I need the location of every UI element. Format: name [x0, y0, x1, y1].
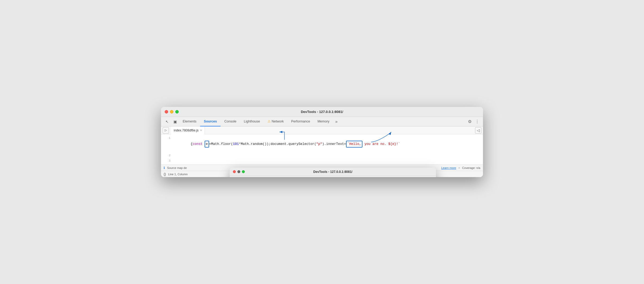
learn-more-link[interactable]: Learn more: [441, 166, 456, 169]
inner-panel-icon[interactable]: ▣: [238, 177, 245, 177]
coverage-text: Coverage: n/a: [462, 166, 480, 169]
inner-window-title: DevTools - 127.0.0.1:8081/: [313, 170, 352, 174]
collapse-panel-icon[interactable]: ◁: [475, 127, 481, 134]
tab-lighthouse[interactable]: Lighthouse: [240, 117, 264, 126]
expand-panel-icon[interactable]: ▷: [163, 127, 169, 134]
source-map-text: Source map de: [167, 166, 187, 169]
inner-tab-lighthouse[interactable]: Lighthouse: [301, 176, 323, 177]
tab-elements[interactable]: Elements: [179, 117, 200, 126]
warning-icon: ⚠: [268, 119, 271, 123]
inner-minimize-button[interactable]: [237, 170, 240, 173]
inner-settings-icon[interactable]: ⚙: [422, 177, 428, 177]
more-options-icon[interactable]: ⋮: [473, 118, 481, 125]
outer-tab-bar: ↖ ▣ Elements Sources Console Lighthouse …: [161, 117, 483, 126]
minimize-button[interactable]: [170, 110, 173, 113]
tab-performance[interactable]: Performance: [287, 117, 314, 126]
tab-console[interactable]: Console: [220, 117, 240, 126]
settings-icon[interactable]: ⚙: [466, 118, 473, 125]
code-line-1: 1 {const e=Math.floor(101*Math.random())…: [161, 135, 483, 153]
close-button[interactable]: [165, 110, 168, 113]
file-tab-index-js[interactable]: index.7808df6e.js ×: [171, 126, 205, 134]
outer-code-area: 1 {const e=Math.floor(101*Math.random())…: [161, 134, 483, 164]
outer-devtools-window: DevTools - 127.0.0.1:8081/ ↖ ▣ Elements …: [161, 107, 483, 177]
inner-close-button[interactable]: [233, 170, 236, 173]
inner-devtools-window: DevTools - 127.0.0.1:8081/ ↖ ▣ Elements …: [230, 168, 436, 177]
outer-title-bar: DevTools - 127.0.0.1:8081/: [161, 107, 483, 117]
cursor-icon[interactable]: ↖: [163, 118, 171, 126]
inner-maximize-button[interactable]: [242, 170, 245, 173]
inner-traffic-lights: [233, 170, 245, 173]
curly-braces-icon: {}: [164, 172, 166, 176]
inner-tab-elements[interactable]: Elements: [245, 176, 265, 177]
code-line-2: 2: [161, 153, 483, 158]
panel-icon[interactable]: ▣: [171, 118, 179, 126]
outer-traffic-lights: [165, 110, 179, 113]
source-map-close[interactable]: ×: [458, 166, 460, 169]
inner-title-bar: DevTools - 127.0.0.1:8081/: [230, 168, 436, 176]
file-tab-label: index.7808df6e.js: [174, 129, 199, 132]
more-tabs-button[interactable]: »: [333, 119, 340, 124]
inner-tab-bar: ↖ ▣ Elements Sources Console Lighthouse …: [230, 176, 436, 177]
tab-memory[interactable]: Memory: [314, 117, 333, 126]
tab-network[interactable]: ⚠Network: [264, 117, 288, 126]
inner-tab-console[interactable]: Console: [283, 176, 301, 177]
outer-file-tab-bar: ▷ index.7808df6e.js × ◁: [161, 126, 483, 134]
inner-tab-sources[interactable]: Sources: [265, 176, 283, 177]
outer-window-title: DevTools - 127.0.0.1:8081/: [301, 110, 343, 114]
inner-more-options-icon[interactable]: ⋮: [428, 177, 434, 177]
tab-sources[interactable]: Sources: [200, 117, 220, 126]
file-tab-close[interactable]: ×: [200, 129, 202, 132]
line-col-text: Line 1, Column: [168, 173, 188, 176]
maximize-button[interactable]: [175, 110, 179, 113]
inner-cursor-icon[interactable]: ↖: [231, 177, 238, 177]
info-icon: ℹ: [164, 166, 165, 170]
code-line-3: 3: [161, 158, 483, 163]
